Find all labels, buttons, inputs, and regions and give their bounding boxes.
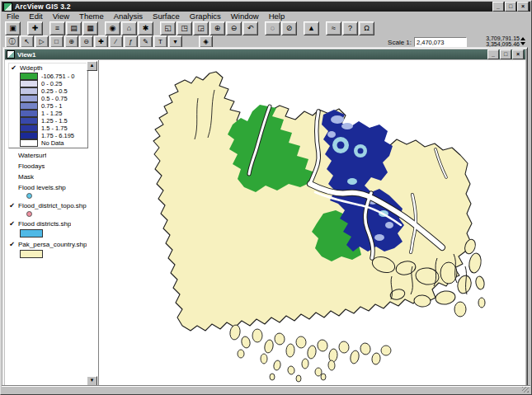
theme-properties-button[interactable]: ≡ bbox=[49, 21, 65, 35]
theme-mask[interactable]: Mask bbox=[8, 173, 97, 181]
legend-label: 0.5 - 0.75 bbox=[41, 95, 68, 102]
hotlink-tool-button[interactable]: ƒ bbox=[124, 35, 138, 48]
legend-row: -106.751 - 0 bbox=[20, 73, 87, 79]
point-symbol bbox=[26, 193, 32, 199]
theme-floodays[interactable]: Floodays bbox=[8, 162, 97, 170]
histogram-button[interactable]: ▲ bbox=[304, 21, 319, 35]
view-maximize-button[interactable]: □ bbox=[500, 49, 511, 59]
scale-input[interactable] bbox=[414, 37, 467, 47]
close-button[interactable]: × bbox=[517, 2, 529, 12]
legend-row: 1.25 - 1.5 bbox=[20, 117, 87, 124]
button-bar: ▣ ✚ ≡ ▤ ▦ ◉ ⌂ ✱ ◱ ◳ ◲ ⊕ ⊖ ↶ ◌ ⊘ ▲ ≈ ? Ω bbox=[2, 21, 530, 35]
label-tool-button[interactable]: ✎ bbox=[139, 35, 153, 48]
save-project-button[interactable]: ▣ bbox=[5, 21, 21, 35]
maximize-button[interactable]: □ bbox=[505, 2, 516, 12]
menu-analysis[interactable]: Analysis bbox=[109, 12, 148, 21]
view-close-button[interactable]: × bbox=[512, 49, 524, 59]
theme-name: Wdepth bbox=[20, 64, 43, 72]
legend-swatch bbox=[20, 87, 38, 95]
draw-point-tool-button[interactable]: ▾ bbox=[168, 35, 182, 48]
menu-help[interactable]: Help bbox=[264, 12, 290, 21]
legend-label: 0 - 0.25 bbox=[41, 80, 62, 87]
theme-wdepth[interactable]: ✔ Wdepth -106.751 - 0 0 - 0.25 0.25 - 0.… bbox=[8, 63, 88, 148]
legend-row: 0.25 - 0.5 bbox=[20, 87, 87, 94]
minimize-button[interactable]: _ bbox=[492, 2, 504, 12]
legend-label: 1.25 - 1.5 bbox=[41, 117, 68, 125]
locate-address-button[interactable]: ⌂ bbox=[121, 21, 137, 35]
theme-flood-district-topo[interactable]: ✔ Flood_district_topo.shp bbox=[8, 202, 97, 217]
zoom-selected-button[interactable]: ◲ bbox=[193, 21, 209, 35]
add-theme-button[interactable]: ✚ bbox=[27, 21, 43, 35]
view-icon bbox=[7, 50, 15, 59]
hotlink-button[interactable]: Ω bbox=[359, 21, 374, 35]
view-title: View1 bbox=[17, 51, 487, 59]
menu-edit[interactable]: Edit bbox=[24, 12, 47, 21]
flood-map bbox=[99, 60, 527, 388]
polygon-symbol bbox=[20, 250, 43, 258]
legend-label: 0.25 - 0.5 bbox=[41, 87, 68, 95]
toc-scroll-up-icon[interactable]: ▲ bbox=[87, 61, 97, 71]
scale-control: Scale 1: bbox=[388, 37, 467, 47]
open-theme-table-button[interactable]: ▦ bbox=[82, 21, 98, 35]
legend-swatch bbox=[20, 95, 38, 102]
theme-flood-district-topo-checkbox[interactable]: ✔ bbox=[8, 202, 16, 209]
view-minimize-button[interactable]: _ bbox=[487, 49, 499, 59]
theme-pak-persa-country-checkbox[interactable]: ✔ bbox=[8, 241, 16, 248]
zoom-out-tool-button[interactable]: ⊖ bbox=[79, 35, 93, 48]
pointer-tool-button[interactable]: ↖ bbox=[20, 35, 34, 48]
menu-theme[interactable]: Theme bbox=[74, 12, 109, 21]
coord-spinner-icon bbox=[520, 37, 526, 47]
theme-wdepth-checkbox[interactable]: ✔ bbox=[10, 64, 17, 72]
menu-graphics[interactable]: Graphics bbox=[185, 12, 226, 21]
legend-swatch bbox=[20, 73, 38, 80]
legend-label: 1 - 1.25 bbox=[41, 110, 62, 117]
point-symbol bbox=[26, 211, 32, 217]
country-polygon bbox=[153, 72, 472, 331]
table-of-contents: ▲ ▼ ✔ Wdepth -106.751 - 0 0 - 0.25 0.25 … bbox=[5, 60, 99, 387]
theme-flood-districts-checkbox[interactable]: ✔ bbox=[8, 220, 16, 228]
legend-row: 1 - 1.25 bbox=[20, 110, 87, 116]
zoom-in-tool-button[interactable]: ⊕ bbox=[64, 35, 78, 48]
zoom-active-theme-button[interactable]: ◳ bbox=[177, 21, 192, 35]
zoom-full-extent-button[interactable]: ◱ bbox=[160, 21, 176, 35]
query-builder-button[interactable]: ✱ bbox=[138, 21, 153, 35]
edit-legend-button[interactable]: ▤ bbox=[66, 21, 82, 35]
arcview-window: ArcView GIS 3.2 _ □ × File Edit View The… bbox=[0, 0, 532, 395]
app-icon bbox=[3, 2, 12, 12]
find-button[interactable]: ◉ bbox=[105, 21, 120, 35]
app-title: ArcView GIS 3.2 bbox=[15, 2, 492, 11]
legend-swatch bbox=[20, 125, 38, 132]
menu-surface[interactable]: Surface bbox=[148, 12, 185, 21]
legend-label: No Data bbox=[41, 139, 64, 147]
area-of-interest-button[interactable]: ◈ bbox=[199, 35, 213, 48]
view-body: ▲ ▼ ✔ Wdepth -106.751 - 0 0 - 0.25 0.25 … bbox=[5, 60, 525, 387]
help-button[interactable]: ? bbox=[342, 21, 358, 35]
legend-row: 1.5 - 1.75 bbox=[20, 125, 87, 131]
menu-file[interactable]: File bbox=[2, 12, 24, 21]
zoom-out-button[interactable]: ⊖ bbox=[226, 21, 242, 35]
theme-flood-levels[interactable]: Flood levels.shp bbox=[8, 184, 97, 199]
legend-label: 1.5 - 1.75 bbox=[41, 125, 68, 132]
coordinate-x: 3,709,791.15 bbox=[468, 35, 520, 41]
legend-row: 0.75 - 1 bbox=[20, 102, 87, 109]
theme-watersurf[interactable]: Watersurf bbox=[8, 152, 97, 159]
theme-pak-persa-country[interactable]: ✔ Pak_persa_country.shp bbox=[8, 241, 97, 258]
measure-tool-button[interactable]: ∕ bbox=[109, 35, 123, 48]
text-tool-button[interactable]: T bbox=[153, 35, 167, 48]
theme-flood-districts[interactable]: ✔ Flood districts.shp bbox=[8, 220, 97, 237]
zoom-previous-button[interactable]: ↶ bbox=[242, 21, 258, 35]
pan-tool-button[interactable]: ✚ bbox=[94, 35, 108, 48]
graph-button[interactable]: ≈ bbox=[326, 21, 341, 35]
legend-row: 0.5 - 0.75 bbox=[20, 95, 87, 101]
identify-tool-button[interactable]: ⓘ bbox=[5, 35, 19, 48]
zoom-in-button[interactable]: ⊕ bbox=[210, 21, 225, 35]
clear-selection-button[interactable]: ⊘ bbox=[281, 21, 297, 35]
scale-label: Scale 1: bbox=[388, 39, 412, 46]
menu-view[interactable]: View bbox=[48, 12, 74, 21]
vertex-edit-tool-button[interactable]: ▷ bbox=[35, 35, 49, 48]
menu-window[interactable]: Window bbox=[226, 12, 264, 21]
select-feature-tool-button[interactable]: □ bbox=[49, 35, 64, 48]
map-canvas[interactable] bbox=[99, 60, 525, 387]
resize-grip-icon[interactable] bbox=[522, 387, 529, 393]
select-features-button[interactable]: ◌ bbox=[265, 21, 280, 35]
